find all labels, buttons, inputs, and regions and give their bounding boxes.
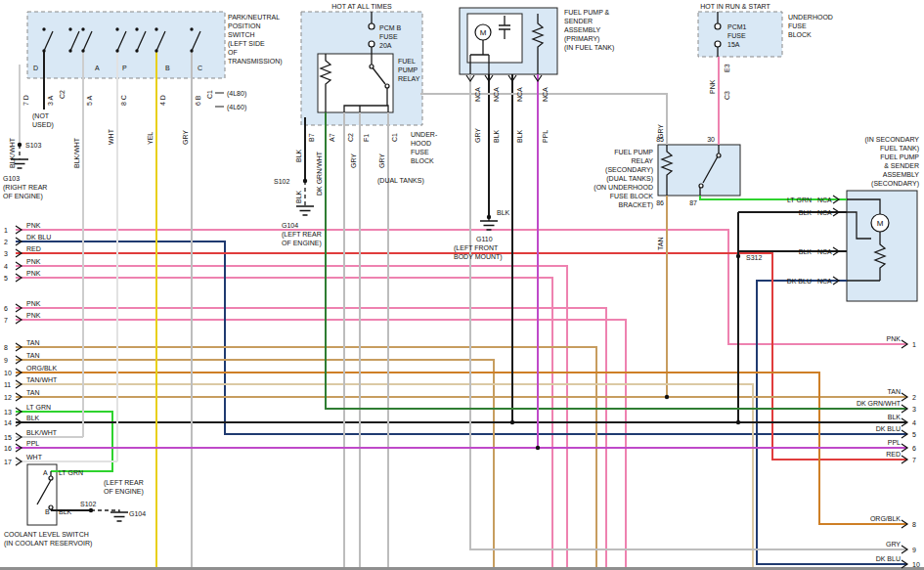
right-row-number-3: 3 (912, 406, 916, 413)
pnp-term-p: P (122, 65, 127, 71)
junction-dot-4 (487, 215, 491, 219)
junction-dot-19 (115, 49, 118, 52)
rot-pin-5a: 5 A (86, 96, 93, 106)
rot-conn-c1b: C1 (391, 133, 398, 142)
g104-coolant-label: G104 (129, 510, 146, 517)
rot-blk-pump1: BLK (493, 129, 500, 143)
left-row-wire-label-2: DK BLU (26, 234, 51, 241)
rot-blk-pump2: BLK (516, 129, 523, 143)
rot-tan-relay86: TAN (657, 238, 664, 250)
primary-motor-m: M (480, 28, 487, 37)
fuse-pcmb-bottom (369, 41, 374, 47)
not-used-label: (NOTUSED) (32, 112, 54, 129)
secpump-nca-2: NCA (817, 209, 832, 216)
relay2-contact-a (717, 153, 721, 157)
pnk-row7 (16, 320, 626, 567)
secpump-nca-3: NCA (817, 248, 832, 255)
left-row-wire-label-10: ORG/BLK (26, 365, 57, 372)
junction-dot-10 (68, 27, 71, 30)
junction-dot-9 (42, 27, 45, 30)
ground-symbol-3 (110, 512, 128, 521)
rot-gry-relay85: GRY (657, 124, 664, 139)
g110-label: G110 (476, 236, 493, 242)
right-row-wire-label-5: DK BLU (876, 425, 901, 432)
junction-dot-14 (154, 27, 157, 30)
left-row-wire-label-16: PPL (26, 440, 39, 447)
dkblu-row2-to-right5 (16, 241, 907, 434)
left-row-number-15: 15 (4, 434, 12, 441)
pnp-term-d: D (33, 65, 38, 71)
trans-4l80: (4L80) (227, 90, 246, 98)
junction-dot-2 (89, 508, 93, 512)
relay1-contact-b (385, 84, 389, 88)
g104-engine-label: G104(LEFT REAROF ENGINE) (282, 222, 322, 247)
rot-conn-c2b: C2 (347, 133, 354, 142)
left-row-wire-label-1: PNK (26, 222, 41, 229)
junction-dot-20 (135, 49, 138, 52)
right-row-wire-label-9: GRY (886, 541, 901, 548)
junction-dot-6 (510, 420, 514, 424)
pnp-switch-label: PARK/NEUTRALPOSITIONSWITCH(LEFT SIDEOFTR… (228, 14, 283, 66)
left-row-number-13: 13 (4, 409, 12, 416)
pnp-term-b: B (165, 65, 170, 71)
junction-dot-18 (81, 49, 84, 52)
right-row-number-7: 7 (912, 457, 916, 463)
g110-loc-label: (LEFT FRONTBODY MOUNT) (454, 244, 503, 261)
diagram-canvas: 1PNK2DK BLU3RED4PNK5PNK6PNK7PNK8TAN9TAN1… (0, 0, 924, 570)
left-row-wire-label-6: PNK (26, 300, 41, 307)
junction-dot-7 (736, 420, 740, 424)
secpump-nca-4: NCA (817, 278, 832, 285)
rot-blkwht-a: BLK/WHT (73, 137, 80, 168)
trans-pointer-lines (215, 93, 224, 107)
rot-conn-c3: C3 (724, 91, 730, 100)
right-row-wire-label-4: BLK (888, 414, 902, 420)
rot-yel: YEL (147, 132, 154, 145)
secpump-wire-ltgrn: LT GRN (787, 197, 812, 203)
left-row-wire-label-7: PNK (26, 312, 41, 319)
rot-pin-8c: 8 C (120, 95, 127, 106)
rot-nca-3: NCA (516, 87, 523, 102)
left-row-number-3: 3 (4, 250, 8, 257)
right-row-number-5: 5 (912, 431, 916, 438)
rot-pin-7d: 7 D (22, 95, 29, 106)
left-row-number-6: 6 (4, 305, 8, 312)
right-row-wire-label-1: PNK (887, 335, 902, 342)
red-row3-to-right7 (16, 253, 907, 460)
left-row-wire-label-8: TAN (26, 339, 39, 346)
coolant-switch-label: COOLANT LEVEL SWITCH(IN COOLANT RESERVOI… (4, 531, 92, 548)
relay2-pin-87: 87 (689, 199, 697, 206)
rot-pin-6b: 6 B (195, 95, 201, 106)
left-row-number-5: 5 (4, 275, 8, 282)
coolant-contact-a (49, 476, 53, 480)
ground-symbol-2 (480, 221, 498, 230)
left-row-number-14: 14 (4, 419, 12, 426)
relay2-pin-86: 86 (656, 199, 664, 206)
underhood-fuse-block-2-label: UNDERHOODFUSEBLOCK (788, 14, 833, 38)
left-row-wire-label-11: TAN/WHT (26, 376, 58, 383)
rot-pin-f1: F1 (363, 134, 370, 142)
rot-gry-f1: GRY (350, 153, 357, 168)
left-row-wire-label-4: PNK (26, 258, 41, 265)
ground-symbol-1 (296, 206, 314, 215)
primary-pump-label: FUEL PUMP &SENDERASSEMBLY(PRIMARY)(IN FU… (564, 9, 614, 52)
rot-blk-b7: BLK (295, 149, 302, 162)
fuse-pcm1-top (715, 23, 721, 29)
rot-pnk-fuse: PNK (709, 79, 716, 94)
pnk-row4 (16, 266, 567, 567)
junction-dot-3 (736, 254, 740, 258)
pnp-term-c: C (198, 65, 202, 71)
left-row-number-1: 1 (4, 227, 8, 234)
rot-nca-2: NCA (493, 87, 500, 102)
coolant-wire-blk: BLK (59, 508, 72, 515)
left-row-number-8: 8 (4, 344, 8, 351)
secpump-wire-dkblu: DK BLU (787, 278, 812, 285)
fuse-pcm1-bottom (715, 41, 721, 47)
rot-pin-a7: A7 (329, 133, 335, 142)
left-row-wire-label-12: TAN (26, 389, 39, 396)
junction-dot-0 (18, 143, 22, 147)
left-row-number-16: 16 (4, 445, 12, 452)
tan-row8 (16, 347, 596, 567)
right-row-wire-label-6: PPL (888, 439, 901, 446)
rot-nca-1: NCA (474, 87, 481, 102)
wiring-diagram: 1PNK2DK BLU3RED4PNK5PNK6PNK7PNK8TAN9TAN1… (0, 0, 924, 570)
